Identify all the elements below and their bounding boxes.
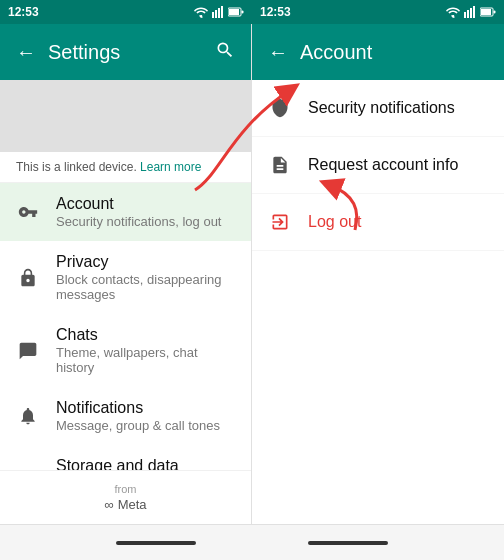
settings-item-notifications[interactable]: Notifications Message, group & call tone… <box>0 387 251 445</box>
settings-list: Account Security notifications, log out … <box>0 183 251 470</box>
wifi-icon <box>194 6 208 18</box>
svg-rect-13 <box>494 11 496 14</box>
account-title-header: Account <box>300 41 372 64</box>
settings-item-chats[interactable]: Chats Theme, wallpapers, chat history <box>0 314 251 387</box>
settings-text-storage: Storage and data Network usage, auto-dow… <box>56 457 235 470</box>
account-title: Account <box>56 195 235 213</box>
signal-icon-right <box>464 6 476 18</box>
svg-rect-9 <box>470 8 472 18</box>
account-list: Security notifications Request account i… <box>252 80 504 524</box>
settings-item-storage[interactable]: Storage and data Network usage, auto-dow… <box>0 445 251 470</box>
settings-header: ← Settings <box>0 24 251 80</box>
learn-more-link[interactable]: Learn more <box>140 160 201 174</box>
settings-text-chats: Chats Theme, wallpapers, chat history <box>56 326 235 375</box>
chats-title: Chats <box>56 326 235 344</box>
battery-icon <box>228 7 244 17</box>
logout-label: Log out <box>308 213 361 231</box>
search-icon[interactable] <box>215 40 235 65</box>
linked-device-text: This is a linked device. <box>16 160 137 174</box>
meta-text: Meta <box>118 497 147 512</box>
account-item-request[interactable]: Request account info <box>252 137 504 194</box>
svg-rect-7 <box>464 12 466 18</box>
privacy-subtitle: Block contacts, disappearing messages <box>56 272 235 302</box>
notifications-title: Notifications <box>56 399 235 417</box>
svg-rect-6 <box>242 11 244 14</box>
meta-footer: from ∞ Meta <box>0 470 251 524</box>
settings-item-privacy[interactable]: Privacy Block contacts, disappearing mes… <box>0 241 251 314</box>
meta-infinity-icon: ∞ <box>104 497 113 512</box>
settings-item-account[interactable]: Account Security notifications, log out <box>0 183 251 241</box>
linked-device-bar: This is a linked device. Learn more <box>0 152 251 183</box>
svg-rect-12 <box>481 9 491 15</box>
left-status-bar: 12:53 <box>0 0 252 24</box>
svg-rect-0 <box>212 12 214 18</box>
svg-rect-1 <box>215 10 217 18</box>
account-panel: ← Account Security notifications <box>252 24 504 524</box>
svg-rect-3 <box>221 6 223 18</box>
document-icon <box>268 153 292 177</box>
left-status-time: 12:53 <box>8 5 39 19</box>
from-text: from <box>16 483 235 495</box>
account-header: ← Account <box>252 24 504 80</box>
settings-back-button[interactable]: ← <box>16 41 36 64</box>
left-status-icons <box>194 6 244 18</box>
settings-text-account: Account Security notifications, log out <box>56 195 235 229</box>
right-nav-pill <box>308 541 388 545</box>
request-account-info-label: Request account info <box>308 156 458 174</box>
right-status-bar: 12:53 <box>252 0 504 24</box>
account-subtitle: Security notifications, log out <box>56 214 235 229</box>
wifi-icon-right <box>446 6 460 18</box>
shield-icon <box>268 96 292 120</box>
logout-icon <box>268 210 292 234</box>
bottom-nav-bar <box>0 524 504 560</box>
chat-icon <box>16 339 40 363</box>
svg-rect-5 <box>229 9 239 15</box>
signal-icon <box>212 6 224 18</box>
left-nav-pill <box>116 541 196 545</box>
battery-icon-right <box>480 7 496 17</box>
account-item-security[interactable]: Security notifications <box>252 80 504 137</box>
profile-area <box>0 80 251 152</box>
privacy-title: Privacy <box>56 253 235 271</box>
storage-title: Storage and data <box>56 457 235 470</box>
chats-subtitle: Theme, wallpapers, chat history <box>56 345 235 375</box>
bell-icon <box>16 404 40 428</box>
right-status-icons <box>446 6 496 18</box>
svg-rect-2 <box>218 8 220 18</box>
security-notifications-label: Security notifications <box>308 99 455 117</box>
right-status-time: 12:53 <box>260 5 291 19</box>
svg-rect-10 <box>473 6 475 18</box>
settings-text-notifications: Notifications Message, group & call tone… <box>56 399 235 433</box>
lock-icon <box>16 266 40 290</box>
notifications-subtitle: Message, group & call tones <box>56 418 235 433</box>
settings-title: Settings <box>48 41 203 64</box>
account-item-logout[interactable]: Log out <box>252 194 504 251</box>
settings-text-privacy: Privacy Block contacts, disappearing mes… <box>56 253 235 302</box>
account-back-button[interactable]: ← <box>268 41 288 64</box>
svg-rect-8 <box>467 10 469 18</box>
key-icon <box>16 200 40 224</box>
settings-panel: ← Settings This is a linked device. Lear… <box>0 24 252 524</box>
meta-logo: ∞ Meta <box>16 497 235 512</box>
